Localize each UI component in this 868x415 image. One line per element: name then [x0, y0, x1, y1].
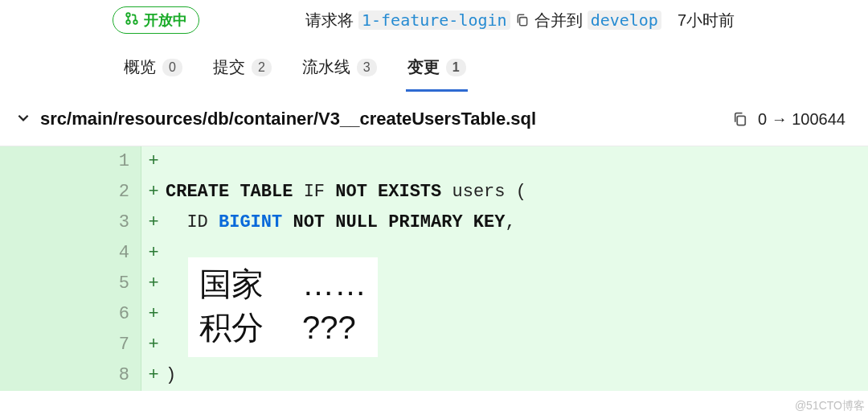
merge-summary: 请求将 1-feature-login 合并到 develop — [305, 10, 661, 31]
mode-from: 0 — [758, 110, 767, 128]
tab-count: 0 — [162, 59, 182, 76]
svg-rect-3 — [519, 18, 526, 26]
tab-label: 提交 — [213, 56, 245, 78]
line-number: 2 — [0, 177, 141, 208]
line-code: ) — [166, 360, 868, 391]
line-number: 1 — [0, 146, 141, 177]
copy-icon[interactable] — [515, 13, 530, 27]
pr-header: 开放中 请求将 1-feature-login 合并到 develop 7小时前 — [0, 0, 868, 40]
tab-label: 概览 — [124, 56, 156, 78]
watermark: @51CTO博客 — [795, 399, 865, 413]
target-branch[interactable]: develop — [588, 10, 661, 30]
line-mark: + — [141, 330, 166, 360]
line-number: 6 — [0, 299, 141, 330]
line-mark: + — [141, 360, 166, 391]
line-mark: + — [141, 146, 166, 177]
file-path[interactable]: src/main/resources/db/container/V3__crea… — [40, 109, 536, 129]
line-mark: + — [141, 269, 166, 299]
time-ago: 7小时前 — [678, 10, 735, 31]
status-label: 开放中 — [144, 10, 187, 30]
mode-change: 0 → 100644 — [758, 110, 845, 129]
diff-line: 1+ — [0, 146, 868, 177]
line-number: 8 — [0, 360, 141, 391]
svg-rect-4 — [737, 116, 745, 125]
svg-point-2 — [133, 20, 137, 24]
tab-count: 3 — [357, 59, 377, 76]
line-number: 5 — [0, 269, 141, 299]
tab-changes[interactable]: 变更 1 — [406, 50, 468, 92]
tab-label: 变更 — [407, 56, 440, 78]
tabs: 概览 0 提交 2 流水线 3 变更 1 — [0, 40, 868, 92]
status-badge: 开放中 — [113, 6, 199, 34]
tab-overview[interactable]: 概览 0 — [122, 50, 184, 92]
line-mark: + — [141, 208, 166, 238]
copy-path-icon[interactable] — [732, 111, 748, 127]
source-branch[interactable]: 1-feature-login — [358, 10, 510, 30]
diff-line: 6+ — [0, 299, 868, 330]
tab-count: 2 — [252, 59, 272, 76]
overlay-cell: …… — [302, 262, 366, 306]
overlay-cell: 国家 — [199, 262, 264, 306]
diff-line: 3+ ID BIGINT NOT NULL PRIMARY KEY, — [0, 208, 868, 238]
annotation-overlay: 国家 …… 积分 ??? — [188, 257, 378, 357]
line-mark: + — [141, 238, 166, 269]
line-code: CREATE TABLE IF NOT EXISTS users ( — [166, 177, 868, 208]
diff-line: 2+CREATE TABLE IF NOT EXISTS users ( — [0, 177, 868, 208]
line-number: 7 — [0, 330, 141, 360]
diff-line: 8+) — [0, 360, 868, 391]
svg-point-0 — [126, 13, 130, 17]
mode-arrow: → — [772, 110, 788, 128]
tab-label: 流水线 — [302, 56, 350, 78]
line-code — [166, 146, 868, 177]
diff-line: 4+ — [0, 238, 868, 269]
pr-open-icon — [125, 11, 139, 30]
diff-line: 7+ — [0, 330, 868, 360]
file-header: src/main/resources/db/container/V3__crea… — [0, 92, 868, 146]
merge-prefix: 请求将 — [305, 10, 354, 31]
diff-line: 5+ — [0, 269, 868, 299]
overlay-cell: 积分 — [199, 306, 264, 349]
line-number: 4 — [0, 238, 141, 269]
tab-count: 1 — [446, 59, 466, 76]
line-number: 3 — [0, 208, 141, 238]
mode-to: 100644 — [792, 110, 845, 128]
diff-body: 1+2+CREATE TABLE IF NOT EXISTS users (3+… — [0, 146, 868, 391]
tab-commits[interactable]: 提交 2 — [211, 50, 273, 92]
line-code: ID BIGINT NOT NULL PRIMARY KEY, — [166, 208, 868, 238]
svg-point-1 — [126, 20, 130, 24]
line-mark: + — [141, 177, 166, 208]
line-mark: + — [141, 299, 166, 330]
chevron-down-icon[interactable] — [16, 110, 31, 128]
overlay-cell: ??? — [302, 306, 356, 349]
merge-mid: 合并到 — [534, 10, 583, 31]
tab-pipelines[interactable]: 流水线 3 — [301, 50, 379, 92]
